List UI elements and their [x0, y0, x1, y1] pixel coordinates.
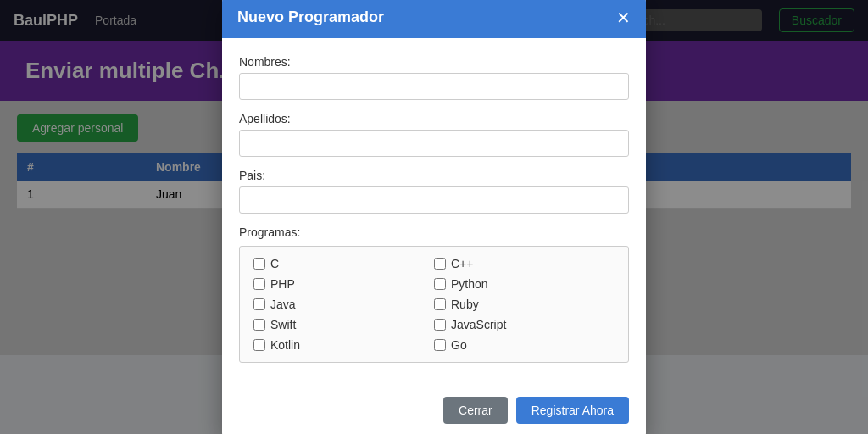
checkbox-label-chk-c[interactable]: C — [270, 257, 279, 270]
checkbox-item-chk-js: JavaScript — [434, 318, 615, 331]
checkbox-label-chk-php[interactable]: PHP — [270, 277, 295, 291]
checkbox-item-chk-go: Go — [434, 338, 615, 352]
form-group-nombres: Nombres: — [239, 55, 629, 100]
modal-overlay: Nuevo Programador ✕ Nombres: Apellidos: … — [0, 0, 868, 434]
checkbox-item-chk-c: C — [253, 257, 434, 270]
checkbox-label-chk-js[interactable]: JavaScript — [451, 318, 506, 331]
checkbox-swift[interactable] — [253, 319, 265, 331]
form-group-pais: Pais: — [239, 169, 629, 214]
checkbox-javascript[interactable] — [434, 319, 446, 331]
form-group-apellidos: Apellidos: — [239, 112, 629, 157]
checkbox-c[interactable] — [253, 258, 265, 270]
modal-title: Nuevo Programador — [237, 8, 384, 26]
form-group-programas: Programas: CC++PHPPythonJavaRubySwiftJav… — [239, 225, 629, 363]
checkbox-go[interactable] — [434, 339, 446, 351]
checkbox-item-chk-python: Python — [434, 277, 615, 291]
checkbox-java[interactable] — [253, 298, 265, 310]
checkbox-cpp[interactable] — [434, 258, 446, 270]
checkbox-php[interactable] — [253, 278, 265, 290]
modal-footer: Cerrar Registrar Ahora — [222, 383, 646, 434]
pais-input[interactable] — [239, 186, 629, 214]
checkbox-label-chk-go[interactable]: Go — [451, 338, 467, 352]
modal-body: Nombres: Apellidos: Pais: Programas: CC+… — [222, 38, 646, 383]
registrar-button[interactable]: Registrar Ahora — [516, 397, 629, 424]
cerrar-button[interactable]: Cerrar — [443, 397, 508, 424]
checkbox-item-chk-php: PHP — [253, 277, 434, 291]
checkbox-item-chk-java: Java — [253, 298, 434, 311]
checkbox-python[interactable] — [434, 278, 446, 290]
pais-label: Pais: — [239, 169, 629, 182]
checkbox-label-chk-ruby[interactable]: Ruby — [451, 298, 479, 311]
nombres-label: Nombres: — [239, 55, 629, 69]
checkbox-item-chk-swift: Swift — [253, 318, 434, 331]
checkboxes-container: CC++PHPPythonJavaRubySwiftJavaScriptKotl… — [239, 246, 629, 363]
checkbox-item-chk-kotlin: Kotlin — [253, 338, 434, 352]
checkbox-kotlin[interactable] — [253, 339, 265, 351]
nombres-input[interactable] — [239, 73, 629, 100]
checkbox-label-chk-swift[interactable]: Swift — [270, 318, 296, 331]
apellidos-label: Apellidos: — [239, 112, 629, 125]
checkbox-label-chk-python[interactable]: Python — [451, 277, 488, 291]
modal-close-button[interactable]: ✕ — [616, 9, 631, 26]
checkbox-item-chk-cpp: C++ — [434, 257, 615, 270]
checkbox-item-chk-ruby: Ruby — [434, 298, 615, 311]
modal-dialog: Nuevo Programador ✕ Nombres: Apellidos: … — [222, 0, 646, 434]
apellidos-input[interactable] — [239, 130, 629, 157]
checkbox-label-chk-kotlin[interactable]: Kotlin — [270, 338, 300, 352]
checkbox-label-chk-java[interactable]: Java — [270, 298, 296, 311]
modal-header: Nuevo Programador ✕ — [222, 0, 646, 38]
checkbox-label-chk-cpp[interactable]: C++ — [451, 257, 473, 270]
checkbox-ruby[interactable] — [434, 298, 446, 310]
programas-label: Programas: — [239, 225, 629, 239]
